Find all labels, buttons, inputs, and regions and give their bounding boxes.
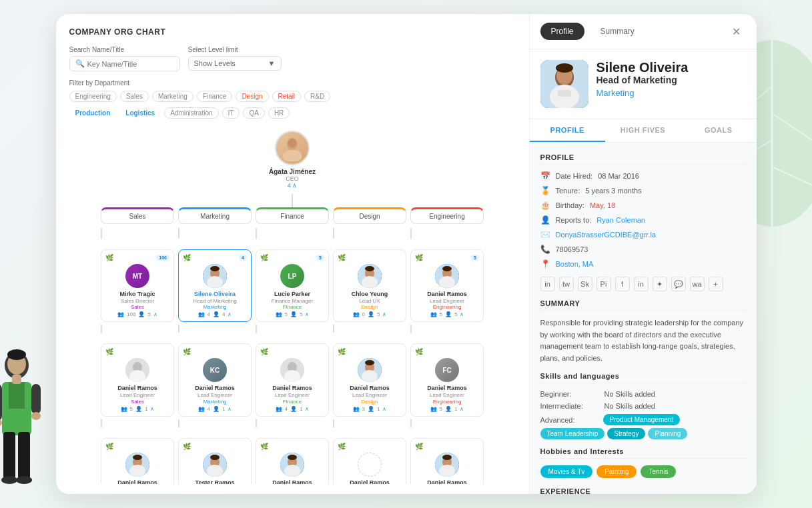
advanced-label: Advanced: bbox=[540, 416, 600, 424]
message-icon[interactable]: 💬 bbox=[671, 277, 686, 291]
expand-count-cy: 5 bbox=[377, 311, 380, 317]
dept-header-sales[interactable]: Sales bbox=[101, 207, 174, 224]
people-count-so: 4 bbox=[208, 311, 210, 317]
emp-card-mt[interactable]: 🌿100MTMirko TragicSales DirectorSales 👥 … bbox=[101, 249, 174, 322]
svg-rect-2 bbox=[9, 382, 25, 409]
emp-card-dr_s3[interactable]: 🌿 Daniel RamosLead EngineerSales 👥 5 👤 1… bbox=[101, 438, 174, 484]
emp-card-dr_f2[interactable]: 🌿 Daniel RamosLead EngineerFinance 👥 4 👤… bbox=[256, 343, 329, 416]
dept-tag-administration[interactable]: Administration bbox=[164, 107, 218, 119]
chevron-icon-dr[interactable]: ∧ bbox=[460, 311, 464, 317]
instagram-icon[interactable]: in bbox=[634, 277, 649, 291]
search-input[interactable] bbox=[87, 60, 174, 68]
dept-header-finance[interactable]: Finance bbox=[256, 207, 329, 224]
tab-profile[interactable]: Profile bbox=[540, 23, 584, 40]
org-chart-title: COMPANY ORG CHART bbox=[69, 27, 516, 37]
chevron-icon-dr_f2[interactable]: ∧ bbox=[305, 406, 309, 412]
emp-card-cy[interactable]: 🌿 Chloe YeungLead UXDesign 👥 0 👤 5 ∧ bbox=[333, 249, 406, 322]
dept-tag-finance[interactable]: Finance bbox=[197, 91, 233, 102]
emp-avatar-cy bbox=[358, 264, 382, 288]
emp-card-dr_d2[interactable]: 🌿 Daniel RamosLead EngineerDesign 👥 3 👤 … bbox=[333, 343, 406, 416]
skill-tag-strategy: Strategy bbox=[607, 428, 645, 439]
dept-header-engineering[interactable]: Engineering bbox=[410, 207, 484, 224]
chevron-icon-dr_d2[interactable]: ∧ bbox=[382, 406, 386, 412]
sub-tab-goals[interactable]: GOALS bbox=[681, 119, 756, 142]
sub-tab-highfives[interactable]: HIGH FIVES bbox=[605, 119, 681, 142]
dept-tag-qa[interactable]: QA bbox=[243, 107, 264, 119]
emp-card-dr_f3[interactable]: 🌿 Daniel RamosLead EngineerFinance 👥 4 👤… bbox=[256, 438, 329, 484]
expand-icon-cy: 👤 bbox=[368, 311, 374, 317]
dept-tag-production[interactable]: Production bbox=[69, 107, 117, 119]
emp-card-dr_s2[interactable]: 🌿 Daniel RamosLead EngineerSales 👥 5 👤 1… bbox=[101, 343, 174, 416]
close-button[interactable]: ✕ bbox=[727, 22, 746, 41]
location-value[interactable]: Boston, MA bbox=[556, 260, 594, 268]
linkedin-icon[interactable]: in bbox=[540, 277, 555, 291]
emp-col-pp_d3: 🌿PPDaniel RamosLead EngineerDesign 👥 3 👤… bbox=[333, 438, 406, 484]
hobby-tennis: Tennis bbox=[641, 465, 676, 478]
email-value[interactable]: DonyaStrasserGCDIBE@grr.la bbox=[556, 231, 657, 239]
svg-point-22 bbox=[288, 139, 297, 148]
emp-col-dr_e3: 🌿 Daniel RamosLead EngineerEngineering 👥… bbox=[410, 438, 484, 484]
location-icon: 📍 bbox=[540, 259, 550, 269]
svg-point-26 bbox=[210, 266, 220, 271]
pinterest-icon[interactable]: Pi bbox=[596, 277, 611, 291]
emp-avatar-tr_m3 bbox=[203, 453, 227, 477]
emp-card-fc_e2[interactable]: 🌿FCDaniel RamosLead EngineerEngineering … bbox=[410, 343, 484, 416]
chevron-icon-dr_s2[interactable]: ∧ bbox=[150, 406, 154, 412]
emp-card-tr_m3[interactable]: 🌿 Tester RamosLead EngineerMarketing 👥 4… bbox=[178, 438, 252, 484]
twitter-icon[interactable]: tw bbox=[559, 277, 574, 291]
birthday-label: Birthday: bbox=[556, 201, 584, 209]
emp-role-dr_s2: Lead Engineer bbox=[120, 392, 155, 399]
level-select[interactable]: Show Levels ▼ bbox=[188, 56, 282, 71]
sub-tab-profile[interactable]: PROFILE bbox=[530, 119, 605, 142]
emp-card-dr_e3[interactable]: 🌿 Daniel RamosLead EngineerEngineering 👥… bbox=[410, 438, 484, 484]
svg-point-56 bbox=[288, 455, 297, 460]
dept-tag-rnd[interactable]: R&D bbox=[304, 91, 330, 102]
emp-card-dr[interactable]: 🌿5 Daniel RamosLead EngineerEngineering … bbox=[410, 249, 484, 322]
dept-tag-it[interactable]: IT bbox=[222, 107, 240, 119]
chevron-icon-kc_m2[interactable]: ∧ bbox=[228, 406, 232, 412]
people-icon-dr_d2: 👥 bbox=[353, 406, 360, 412]
ceo-expand-btn[interactable]: 4 ∧ bbox=[288, 182, 298, 189]
search-input-wrap[interactable]: 🔍 bbox=[69, 56, 180, 71]
skype-icon[interactable]: Sk bbox=[578, 277, 592, 291]
expand-count-fc_e2: 1 bbox=[454, 406, 457, 412]
emp-card-so[interactable]: 🌿4 Silene OliveiraHead of MarketingMarke… bbox=[178, 249, 252, 322]
chevron-icon-cy[interactable]: ∧ bbox=[382, 311, 386, 317]
dept-tag-hr[interactable]: HR bbox=[268, 107, 290, 119]
emp-name-so: Silene Oliveira bbox=[194, 291, 236, 298]
dept-tag-sales[interactable]: Sales bbox=[120, 91, 149, 102]
dept-tag-logistics[interactable]: Logistics bbox=[119, 107, 161, 119]
dept-tag-marketing[interactable]: Marketing bbox=[152, 91, 193, 102]
profile-section-title: PROFILE bbox=[540, 153, 746, 165]
chevron-icon-mt[interactable]: ∧ bbox=[153, 311, 157, 317]
phone-icon: 📞 bbox=[540, 245, 550, 254]
dept-header-marketing[interactable]: Marketing bbox=[178, 207, 252, 224]
org-tree: Ágata Jiménez CEO 4 ∧ SalesMarketingFina… bbox=[69, 124, 516, 484]
svg-point-21 bbox=[283, 149, 302, 161]
birthday-icon: 🎂 bbox=[540, 201, 550, 210]
emp-card-pp_d3[interactable]: 🌿PPDaniel RamosLead EngineerDesign 👥 3 👤… bbox=[333, 438, 406, 484]
emp-card-lp[interactable]: 🌿5LPLucie ParkerFinance ManagerFinance 👥… bbox=[256, 249, 329, 322]
emp-card-kc_m2[interactable]: 🌿KCDaniel RamosLead EngineerMarketing 👥 … bbox=[178, 343, 252, 416]
dept-tag-retail[interactable]: Retail bbox=[272, 91, 302, 102]
chevron-icon-fc_e2[interactable]: ∧ bbox=[460, 406, 464, 412]
add-social-icon[interactable]: + bbox=[709, 277, 723, 291]
ceo-name: Ágata Jiménez bbox=[269, 168, 316, 175]
facebook-icon[interactable]: f bbox=[615, 277, 630, 291]
emp-name-kc_m2: Daniel Ramos bbox=[195, 385, 235, 392]
reports-to-value[interactable]: Ryan Coleman bbox=[596, 216, 645, 224]
emp-avatar-dr bbox=[435, 264, 459, 288]
emp-dept-fc_e2: Engineering bbox=[433, 399, 462, 405]
whatsapp-icon[interactable]: wa bbox=[690, 277, 705, 291]
star-icon[interactable]: ✦ bbox=[653, 277, 667, 291]
emp-name-dr: Daniel Ramos bbox=[427, 291, 467, 298]
filter-label: Filter by Department bbox=[69, 79, 516, 87]
chevron-icon-lp[interactable]: ∧ bbox=[305, 311, 309, 317]
ceo-node[interactable]: Ágata Jiménez CEO 4 ∧ bbox=[269, 131, 316, 189]
dept-header-design[interactable]: Design bbox=[333, 207, 406, 224]
tab-summary[interactable]: Summary bbox=[590, 23, 645, 40]
dept-tag-engineering[interactable]: Engineering bbox=[69, 91, 117, 102]
dept-tag-design[interactable]: Design bbox=[236, 91, 268, 102]
people-icon-kc_m2: 👥 bbox=[198, 406, 205, 412]
chevron-icon-so[interactable]: ∧ bbox=[228, 311, 232, 317]
